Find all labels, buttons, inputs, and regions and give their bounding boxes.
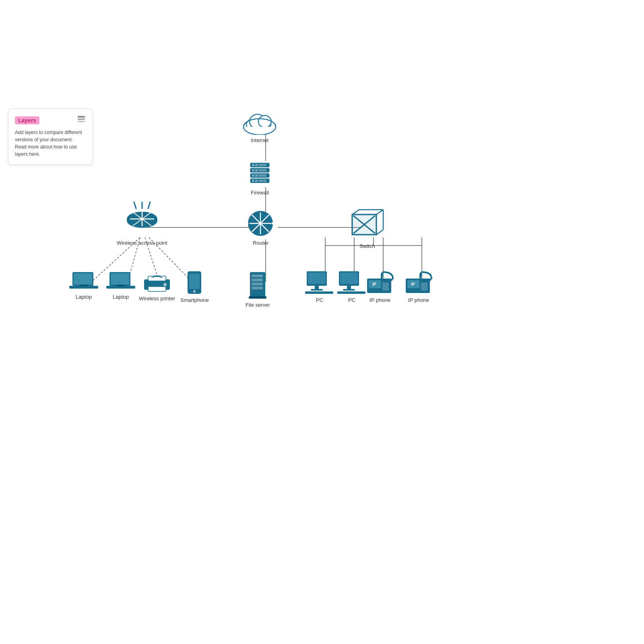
wap-icon [122,201,162,237]
svg-rect-29 [252,164,254,166]
svg-rect-36 [255,174,258,177]
svg-rect-73 [111,273,129,285]
fileserver-icon [247,270,269,299]
svg-rect-38 [252,180,254,182]
svg-rect-32 [252,169,254,171]
router-icon [244,209,278,237]
svg-rect-39 [255,180,258,182]
svg-point-79 [163,283,167,286]
svg-rect-33 [255,169,258,171]
svg-rect-31 [258,164,266,166]
svg-rect-71 [80,285,88,286]
svg-rect-34 [258,169,266,171]
pc1-label: PC [316,297,323,303]
svg-line-61 [376,210,383,215]
pc1-node[interactable]: PC [305,270,334,303]
svg-rect-35 [252,174,254,177]
svg-rect-87 [252,287,263,289]
svg-rect-75 [117,285,125,286]
laptop2-node[interactable]: Laptop [106,270,135,300]
svg-point-22 [258,116,271,128]
router-node[interactable]: Router [244,209,278,246]
laptop2-label: Laptop [113,294,129,300]
svg-rect-37 [258,174,266,177]
pc1-icon [305,270,334,295]
svg-line-63 [376,230,383,235]
pc2-label: PC [348,297,355,303]
smartphone-node[interactable]: Smartphone [180,270,209,303]
svg-rect-94 [311,289,323,291]
svg-line-60 [352,210,359,215]
svg-rect-78 [148,287,166,291]
svg-line-49 [134,202,136,208]
fileserver-node[interactable]: File server [246,270,270,308]
svg-rect-69 [74,273,92,285]
ipphone1-node[interactable]: IP IP phone [365,270,394,303]
laptop1-label: Laptop [76,294,92,300]
switch-icon [350,208,384,241]
pc2-icon [337,270,366,295]
laptop2-icon [106,270,135,291]
svg-rect-30 [255,164,258,166]
smartphone-icon [186,270,202,295]
svg-rect-70 [69,286,98,289]
svg-point-88 [260,275,261,277]
pc2-node[interactable]: PC [337,270,366,303]
svg-text:IP: IP [372,282,376,287]
firewall-label: Firewall [251,190,269,196]
svg-rect-97 [340,272,358,284]
svg-rect-40 [258,180,266,182]
laptop1-icon [69,270,98,291]
svg-rect-93 [315,286,319,289]
network-diagram: Internet Firewall [0,0,644,644]
internet-label: Internet [251,137,268,143]
svg-rect-99 [343,289,355,291]
smartphone-label: Smartphone [180,297,209,303]
laptop1-node[interactable]: Laptop [69,270,98,300]
switch-label: Switch [359,243,375,249]
ipphone2-icon: IP [404,270,433,295]
svg-rect-74 [106,286,135,289]
svg-rect-108 [421,283,427,291]
router-label: Router [253,240,268,246]
svg-point-82 [193,290,196,293]
internet-icon [242,109,278,135]
svg-rect-90 [249,296,266,299]
internet-node[interactable]: Internet [242,109,278,143]
svg-rect-100 [337,291,365,294]
svg-line-51 [148,202,150,208]
svg-rect-104 [382,283,389,291]
svg-rect-92 [308,272,326,284]
svg-point-89 [260,279,261,281]
wprinter-label: Wireless printer [139,295,175,301]
svg-rect-23 [244,127,276,135]
firewall-icon [249,161,271,187]
svg-rect-81 [189,274,200,289]
ipphone2-label: IP phone [408,297,429,303]
svg-marker-47 [272,222,275,225]
fileserver-label: File server [246,302,270,308]
switch-node[interactable]: Switch [350,208,384,249]
ipphone2-node[interactable]: IP IP phone [404,270,433,303]
ipphone1-icon: IP [365,270,394,295]
wprinter-icon [142,274,171,293]
wap-node[interactable]: Wireless access point [117,201,167,246]
svg-rect-98 [347,286,351,289]
ipphone1-label: IP phone [369,297,390,303]
svg-rect-86 [252,283,263,285]
svg-rect-77 [148,276,166,281]
svg-rect-95 [305,291,333,294]
wprinter-node[interactable]: Wireless printer [139,274,175,301]
wap-label: Wireless access point [117,240,167,246]
svg-text:IP: IP [411,282,415,287]
firewall-node[interactable]: Firewall [249,161,271,196]
